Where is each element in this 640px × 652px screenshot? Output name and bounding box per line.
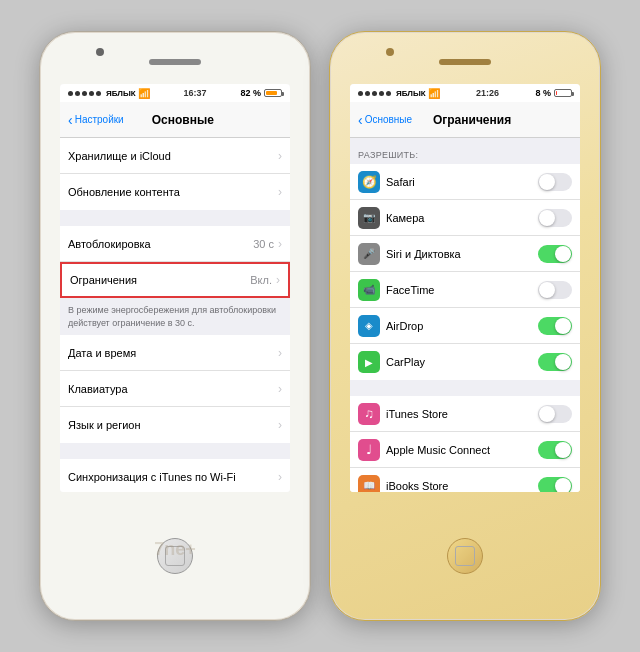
speaker-right: [439, 59, 491, 65]
back-label-left: Настройки: [75, 114, 124, 125]
settings-content-left: Хранилище и iCloud › Обновление контента…: [60, 138, 290, 492]
phone-bottom-left: [157, 492, 193, 620]
safari-icon: 🧭: [358, 171, 380, 193]
row-itunes-store[interactable]: ♫ iTunes Store: [350, 396, 580, 432]
airdrop-icon: ◈: [358, 315, 380, 337]
chevron-keyboard: ›: [278, 382, 282, 396]
row-keyboard[interactable]: Клавиатура ›: [60, 371, 290, 407]
back-button-left[interactable]: ‹ Настройки: [68, 113, 124, 127]
phone-top-left: [40, 32, 310, 84]
speaker-left: [149, 59, 201, 65]
time-right: 21:26: [476, 88, 499, 98]
toggle-ibooks[interactable]: [538, 477, 572, 493]
toggle-itunes-store[interactable]: [538, 405, 572, 423]
status-bar-left: ЯБЛЫК 📶 16:37 82 %: [60, 84, 290, 102]
battery-fill-right: [556, 91, 557, 95]
signal-left: [68, 91, 101, 96]
row-facetime[interactable]: 📹 FaceTime: [350, 272, 580, 308]
screen-right: ЯБЛЫК 📶 21:26 8 % ‹ Основные Ограничения…: [350, 84, 580, 492]
chevron-datetime: ›: [278, 346, 282, 360]
screen-left: ЯБЛЫК 📶 16:37 82 % ‹ Настройки Основные: [60, 84, 290, 492]
section-header-right: РАЗРЕШИТЬ:: [350, 138, 580, 164]
group-4-left: Синхронизация с iTunes по Wi-Fi ›: [60, 459, 290, 492]
phone-top-right: [330, 32, 600, 84]
signal-right: [358, 91, 391, 96]
carrier-left: ЯБЛЫК: [106, 89, 136, 98]
camera-icon: 📷: [358, 207, 380, 229]
back-chevron-right: ‹: [358, 113, 363, 127]
toggle-safari[interactable]: [538, 173, 572, 191]
back-button-right[interactable]: ‹ Основные: [358, 113, 412, 127]
settings-content-right: РАЗРЕШИТЬ: 🧭 Safari 📷 Камера 🎤 Siri и Ди…: [350, 138, 580, 492]
row-datetime[interactable]: Дата и время ›: [60, 335, 290, 371]
row-apple-music[interactable]: ♩ Apple Music Connect: [350, 432, 580, 468]
row-ibooks[interactable]: 📖 iBooks Store: [350, 468, 580, 492]
row-carplay[interactable]: ▶ CarPlay: [350, 344, 580, 380]
row-storage[interactable]: Хранилище и iCloud ›: [60, 138, 290, 174]
battery-pct-right: 8 %: [535, 88, 551, 98]
toggle-facetime[interactable]: [538, 281, 572, 299]
apple-music-icon: ♩: [358, 439, 380, 461]
row-safari[interactable]: 🧭 Safari: [350, 164, 580, 200]
battery-pct-left: 82 %: [240, 88, 261, 98]
row-autolock[interactable]: Автоблокировка 30 с ›: [60, 226, 290, 262]
nav-bar-left: ‹ Настройки Основные: [60, 102, 290, 138]
wifi-left: 📶: [138, 88, 150, 99]
chevron-updates: ›: [278, 185, 282, 199]
phone-bottom-right: [447, 492, 483, 620]
nav-title-right: Ограничения: [412, 113, 532, 127]
phone-left: ЯБЛЫК 📶 16:37 82 % ‹ Настройки Основные: [39, 31, 311, 621]
info-text: В режиме энергосбережения для автоблокир…: [60, 298, 290, 335]
row-itunes-sync[interactable]: Синхронизация с iTunes по Wi-Fi ›: [60, 459, 290, 492]
toggle-camera[interactable]: [538, 209, 572, 227]
row-restrictions[interactable]: Ограничения Вкл. ›: [60, 262, 290, 298]
row-airdrop[interactable]: ◈ AirDrop: [350, 308, 580, 344]
chevron-language: ›: [278, 418, 282, 432]
chevron-autolock: ›: [278, 237, 282, 251]
group-3-left: Дата и время › Клавиатура › Язык и регио…: [60, 335, 290, 443]
group-1-left: Хранилище и iCloud › Обновление контента…: [60, 138, 290, 210]
group-a-right: 🧭 Safari 📷 Камера 🎤 Siri и Диктовка 📹: [350, 164, 580, 380]
toggle-airdrop[interactable]: [538, 317, 572, 335]
toggle-apple-music[interactable]: [538, 441, 572, 459]
status-bar-right: ЯБЛЫК 📶 21:26 8 %: [350, 84, 580, 102]
chevron-restrictions: ›: [276, 273, 280, 287]
siri-icon: 🎤: [358, 243, 380, 265]
battery-right: [554, 89, 572, 97]
nav-bar-right: ‹ Основные Ограничения: [350, 102, 580, 138]
battery-left: [264, 89, 282, 97]
carrier-right: ЯБЛЫК: [396, 89, 426, 98]
toggle-siri[interactable]: [538, 245, 572, 263]
row-camera[interactable]: 📷 Камера: [350, 200, 580, 236]
chevron-storage: ›: [278, 149, 282, 163]
ibooks-icon: 📖: [358, 475, 380, 493]
itunes-store-icon: ♫: [358, 403, 380, 425]
group-b-right: ♫ iTunes Store ♩ Apple Music Connect 📖 i…: [350, 396, 580, 492]
chevron-itunes: ›: [278, 470, 282, 484]
row-language[interactable]: Язык и регион ›: [60, 407, 290, 443]
group-2-left: Автоблокировка 30 с › Ограничения Вкл. ›: [60, 226, 290, 298]
camera-right: [386, 48, 394, 56]
nav-title-left: Основные: [124, 113, 242, 127]
carplay-icon: ▶: [358, 351, 380, 373]
back-label-right: Основные: [365, 114, 412, 125]
wifi-right: 📶: [428, 88, 440, 99]
row-siri[interactable]: 🎤 Siri и Диктовка: [350, 236, 580, 272]
home-button-right[interactable]: [447, 538, 483, 574]
time-left: 16:37: [184, 88, 207, 98]
toggle-carplay[interactable]: [538, 353, 572, 371]
camera-left: [96, 48, 104, 56]
battery-fill-left: [266, 91, 277, 95]
home-button-left[interactable]: [157, 538, 193, 574]
phone-right: ЯБЛЫК 📶 21:26 8 % ‹ Основные Ограничения…: [329, 31, 601, 621]
row-updates[interactable]: Обновление контента ›: [60, 174, 290, 210]
facetime-icon: 📹: [358, 279, 380, 301]
gap-right: [350, 380, 580, 396]
back-chevron-left: ‹: [68, 113, 73, 127]
